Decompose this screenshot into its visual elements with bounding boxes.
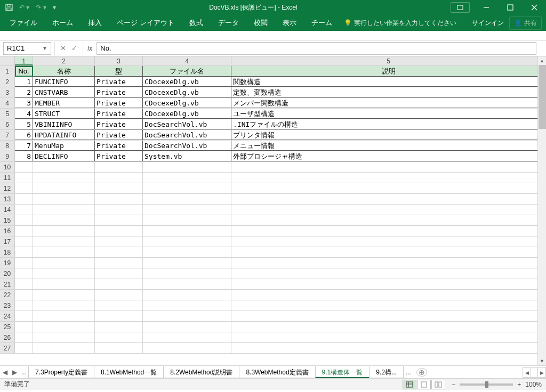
cell[interactable] — [33, 268, 95, 279]
cell[interactable] — [231, 236, 546, 247]
view-pagebreak-button[interactable] — [431, 380, 445, 389]
cell[interactable] — [95, 173, 143, 183]
cell[interactable] — [33, 194, 95, 204]
cell[interactable] — [95, 332, 143, 342]
cell[interactable]: System.vb — [143, 151, 231, 161]
cell[interactable]: ユーザ型構造 — [231, 109, 546, 119]
tab-review[interactable]: 校閲 — [246, 15, 275, 31]
cell[interactable] — [15, 247, 33, 257]
close-button[interactable] — [522, 0, 546, 15]
cell[interactable] — [33, 258, 95, 268]
row-header[interactable]: 22 — [0, 290, 15, 300]
tab-file[interactable]: ファイル — [2, 15, 45, 31]
cell[interactable] — [95, 205, 143, 215]
tab-view[interactable]: 表示 — [275, 15, 304, 31]
cell[interactable] — [33, 332, 95, 342]
zoom-in-button[interactable]: + — [517, 381, 521, 388]
row-header[interactable]: 21 — [0, 279, 15, 289]
sheet-nav-next[interactable]: ▶ — [10, 369, 19, 376]
tab-formulas[interactable]: 数式 — [182, 15, 211, 31]
row-header[interactable]: 9 — [0, 151, 15, 161]
cell[interactable] — [95, 343, 143, 353]
fx-label[interactable]: fx — [83, 45, 97, 52]
cell[interactable] — [15, 183, 33, 193]
cell[interactable] — [33, 205, 95, 215]
cell[interactable] — [15, 194, 33, 204]
cell[interactable] — [95, 268, 143, 279]
undo-icon[interactable]: ↶ ▾ — [19, 4, 29, 11]
cell[interactable] — [143, 290, 231, 300]
cell[interactable] — [15, 322, 33, 332]
cell[interactable] — [33, 300, 95, 311]
scroll-thumb[interactable] — [539, 65, 546, 129]
zoom-slider[interactable] — [460, 383, 513, 386]
cell[interactable]: Private — [95, 98, 143, 108]
cell[interactable]: Private — [95, 119, 143, 129]
cancel-icon[interactable]: ✕ — [60, 44, 66, 52]
cell[interactable]: Private — [95, 77, 143, 87]
cell[interactable] — [33, 173, 95, 183]
cell[interactable]: MenuMap — [33, 141, 95, 151]
cell[interactable] — [143, 258, 231, 268]
cell[interactable] — [143, 279, 231, 289]
cell[interactable] — [15, 343, 33, 353]
cell[interactable]: Private — [95, 109, 143, 119]
cell[interactable] — [95, 194, 143, 204]
cell[interactable]: 8 — [15, 151, 33, 161]
cell[interactable]: 型 — [95, 66, 143, 77]
cell[interactable] — [143, 215, 231, 225]
signin-link[interactable]: サインイン — [467, 19, 509, 28]
row-header[interactable]: 18 — [0, 247, 15, 257]
cell[interactable] — [143, 343, 231, 353]
cell[interactable] — [15, 332, 33, 342]
cell[interactable] — [143, 332, 231, 342]
redo-icon[interactable]: ↷ ▾ — [36, 4, 46, 11]
cell[interactable]: 外部プロシージャ構造 — [231, 151, 546, 161]
cell[interactable]: メニュー情報 — [231, 141, 546, 151]
sheet-tab[interactable]: 8.2WebMethod説明書 — [163, 366, 239, 378]
cell[interactable] — [95, 183, 143, 193]
cell[interactable]: 4 — [15, 109, 33, 119]
view-pagelayout-button[interactable] — [417, 380, 431, 389]
cell[interactable]: Private — [95, 87, 143, 97]
row-header[interactable]: 19 — [0, 258, 15, 268]
cell[interactable]: CNSTVARB — [33, 87, 95, 97]
cell[interactable] — [143, 162, 231, 172]
cell[interactable]: プリンタ情報 — [231, 130, 546, 140]
cell[interactable] — [95, 226, 143, 236]
share-button[interactable]: 👤 共有 — [509, 17, 542, 30]
cell[interactable] — [231, 183, 546, 193]
col-header[interactable]: 4 — [143, 56, 231, 66]
cell[interactable] — [95, 290, 143, 300]
row-header[interactable]: 17 — [0, 236, 15, 247]
cell[interactable] — [33, 183, 95, 193]
qat-dropdown-icon[interactable]: ▾ — [53, 4, 56, 11]
save-icon[interactable] — [5, 4, 13, 11]
cell[interactable] — [231, 279, 546, 289]
row-header[interactable]: 3 — [0, 87, 15, 97]
cell[interactable] — [231, 205, 546, 215]
cell[interactable]: HPDATAINFO — [33, 130, 95, 140]
add-sheet-button[interactable]: ⊕ — [416, 368, 427, 377]
cell[interactable]: .INIファイルの構造 — [231, 119, 546, 129]
cell[interactable]: DECLINFO — [33, 151, 95, 161]
cell[interactable] — [33, 236, 95, 247]
cell[interactable] — [231, 268, 546, 279]
sheet-nav-prev[interactable]: ◀ — [0, 369, 10, 376]
cell[interactable]: メンバー関数構造 — [231, 98, 546, 108]
cell[interactable] — [33, 311, 95, 321]
row-header[interactable]: 1 — [0, 66, 15, 77]
cell[interactable] — [231, 194, 546, 204]
cell[interactable] — [231, 247, 546, 257]
col-header[interactable]: 1 — [15, 56, 33, 66]
cell[interactable] — [33, 215, 95, 225]
name-box[interactable]: R1C1 ▼ — [3, 42, 51, 55]
cell[interactable] — [143, 226, 231, 236]
chevron-down-icon[interactable]: ▼ — [42, 45, 47, 51]
row-header[interactable]: 10 — [0, 162, 15, 172]
row-header[interactable]: 5 — [0, 109, 15, 119]
view-normal-button[interactable] — [403, 380, 416, 389]
cell[interactable]: Private — [95, 151, 143, 161]
cell[interactable] — [231, 311, 546, 321]
cell[interactable] — [95, 162, 143, 172]
